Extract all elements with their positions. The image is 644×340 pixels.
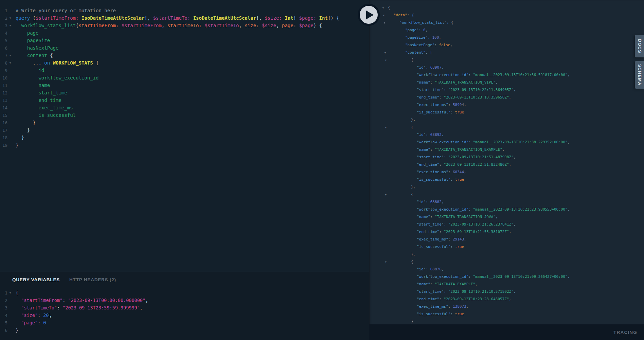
line-number: 3 <box>0 23 7 28</box>
json-line: "start_time": "2023-09-13T10:21:51.48799… <box>369 154 644 161</box>
json-line: "exec_time_ms": 138073, <box>369 303 644 310</box>
json-text: "workflow_stats_list": { <box>388 19 644 26</box>
fold-arrow-icon[interactable]: ▾ <box>383 49 388 56</box>
json-text: "workflow_execution_id": "manual__2023-0… <box>388 273 644 281</box>
json-text: "pageSize": 100, <box>388 34 644 41</box>
code-text: workflow_execution_id <box>16 74 99 82</box>
json-text: "name": "TAXIDATA_TRANSACTION_EXAMPLE", <box>388 146 644 154</box>
line-number: 3 <box>0 305 7 310</box>
code-line: 13 end_time <box>0 96 369 104</box>
json-text: "exec_time_ms": 29143, <box>388 236 644 243</box>
fold-arrow-icon[interactable]: ▾ <box>7 22 13 29</box>
code-text: start_time <box>16 89 67 96</box>
schema-tab-label: SCHEMA <box>637 64 642 86</box>
code-text: "page": 0 <box>16 319 46 326</box>
line-number: 9 <box>0 68 7 73</box>
json-text: "workflow_execution_id": "manual__2023-0… <box>388 71 644 79</box>
json-line: "name": "TAXIDATA_TRANSACTION_VIPE", <box>369 79 644 86</box>
json-line: "start_time": "2023-09-13T10:21:10.57180… <box>369 288 644 296</box>
json-line: "workflow_execution_id": "manual__2023-0… <box>369 206 644 213</box>
json-text: { <box>388 124 644 131</box>
json-text: { <box>388 258 644 266</box>
play-icon <box>366 11 374 19</box>
code-line: 5 pageSize <box>0 37 369 44</box>
line-number: 5 <box>0 38 7 43</box>
code-text: query ($startTimeFrom: IsoDateTimeAtUtcS… <box>16 14 339 22</box>
fold-arrow-icon[interactable]: ▾ <box>383 258 388 266</box>
fold-arrow-icon[interactable]: ▾ <box>382 19 387 26</box>
line-number: 6 <box>0 46 7 51</box>
json-text: "start_time": "2023-09-13T10:21:10.57180… <box>388 288 644 296</box>
line-number: 4 <box>0 31 7 36</box>
code-text: "size": 20, <box>16 311 52 319</box>
json-line: "id": 68882, <box>369 198 644 206</box>
line-number: 8 <box>0 60 7 66</box>
code-text: } <box>16 119 36 126</box>
code-text: } <box>16 141 18 149</box>
code-line: 4 page <box>0 29 369 37</box>
json-text: "start_time": "2023-09-13T10:21:51.48799… <box>388 154 644 161</box>
line-number: 13 <box>0 98 7 103</box>
fold-arrow-icon[interactable]: ▾ <box>381 12 386 19</box>
query-editor[interactable]: 1# Write your query or mutation here2▾qu… <box>0 0 369 272</box>
code-line: 5 "page": 0 <box>0 319 369 326</box>
side-tab-schema[interactable]: SCHEMA <box>635 61 644 89</box>
json-line: ▾{ <box>369 191 644 198</box>
line-number: 12 <box>0 90 7 95</box>
json-text: "id": 68882, <box>388 198 644 206</box>
json-line: "end_time": "2023-09-13T10:23:28.645057Z… <box>369 296 644 303</box>
line-number: 2 <box>0 16 7 21</box>
json-text: "end_time": "2023-09-13T10:23:10.359658Z… <box>388 94 644 101</box>
fold-arrow-icon[interactable]: ▾ <box>7 52 13 59</box>
line-number: 14 <box>0 105 7 110</box>
json-line: "end_time": "2023-09-13T10:21:55.381072Z… <box>369 228 644 236</box>
json-text: { <box>388 56 644 64</box>
response-viewer: ▾{▾"data": {▾"workflow_stats_list": {"pa… <box>369 0 644 324</box>
play-button-disc <box>360 6 378 24</box>
json-text: "is_successful": true <box>388 243 644 251</box>
json-text: "page": 0, <box>388 26 644 34</box>
fold-arrow-icon[interactable]: ▾ <box>7 59 13 67</box>
json-line: ▾"data": { <box>369 12 644 19</box>
json-line: ▾{ <box>369 56 644 64</box>
execute-query-button[interactable] <box>358 4 380 26</box>
fold-arrow-icon[interactable]: ▾ <box>383 124 388 131</box>
json-line: "name": "TAXIDATA_EXAMPLE", <box>369 281 644 288</box>
line-number: 15 <box>0 113 7 118</box>
code-line: 7▾ content { <box>0 52 369 59</box>
code-line: 3 "startTimeTo": "2023-09-13T23:59:59.99… <box>0 304 369 311</box>
line-number: 1 <box>0 290 7 296</box>
fold-arrow-icon[interactable]: ▾ <box>7 14 13 22</box>
variables-editor[interactable]: 1▾{2 "startTimeFrom": "2023-09-13T00:00:… <box>0 287 369 334</box>
code-line: 4 "size": 20, <box>0 311 369 319</box>
json-text: "start_time": "2023-09-13T10:22:11.36490… <box>388 86 644 94</box>
json-text: "content": [ <box>388 49 644 56</box>
tab-query-variables[interactable]: QUERY VARIABLES <box>12 277 60 282</box>
line-number: 5 <box>0 320 7 325</box>
json-line: "is_successful": true <box>369 109 644 116</box>
json-line: "start_time": "2023-09-13T10:22:11.36490… <box>369 86 644 94</box>
code-text: "startTimeTo": "2023-09-13T23:59:59.9999… <box>16 304 143 311</box>
json-text: "exec_time_ms": 60344, <box>388 168 644 176</box>
fold-arrow-icon[interactable]: ▾ <box>383 56 388 64</box>
json-line: "workflow_execution_id": "manual__2023-0… <box>369 71 644 79</box>
code-text: "startTimeFrom": "2023-09-13T00:00:00.00… <box>16 297 148 304</box>
line-number: 19 <box>0 143 7 148</box>
tab-http-headers[interactable]: HTTP HEADERS (2) <box>69 277 116 282</box>
code-line: 3▾ workflow_stats_list(startTimeFrom: $s… <box>0 22 369 29</box>
fold-arrow-icon[interactable]: ▾ <box>381 4 386 12</box>
json-line: "hasNextPage": false, <box>369 41 644 49</box>
tracing-bar[interactable]: TRACING <box>369 324 644 340</box>
json-line: ▾{ <box>369 4 644 12</box>
json-text: "workflow_execution_id": "manual__2023-0… <box>388 139 644 146</box>
json-text: "end_time": "2023-09-13T10:23:28.645057Z… <box>388 296 644 303</box>
code-line: 2▾query ($startTimeFrom: IsoDateTimeAtUt… <box>0 14 369 22</box>
line-number: 16 <box>0 120 7 125</box>
code-text: end_time <box>16 96 61 104</box>
json-text: "end_time": "2023-09-13T10:22:51.832480Z… <box>388 161 644 168</box>
json-line: "id": 68892, <box>369 131 644 139</box>
fold-arrow-icon[interactable]: ▾ <box>7 289 13 297</box>
fold-arrow-icon[interactable]: ▾ <box>383 191 388 198</box>
side-tab-docs[interactable]: DOCS <box>635 35 644 57</box>
json-line: "id": 68907, <box>369 64 644 71</box>
